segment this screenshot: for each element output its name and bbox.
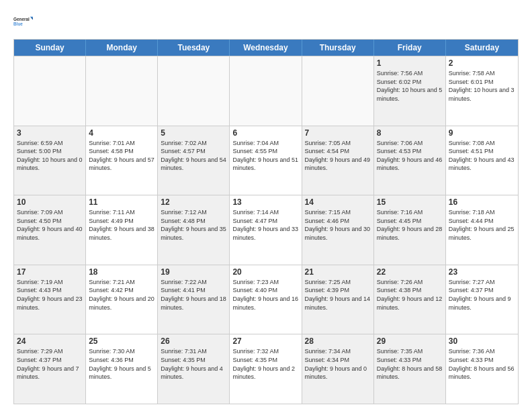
day-info: Sunrise: 7:08 AM Sunset: 4:51 PM Dayligh…	[449, 139, 515, 173]
day-number: 9	[449, 128, 515, 138]
week-row-2: 3Sunrise: 6:59 AM Sunset: 5:00 PM Daylig…	[14, 126, 518, 195]
day-number: 13	[232, 197, 298, 207]
calendar-cell: 25Sunrise: 7:30 AM Sunset: 4:36 PM Dayli…	[86, 334, 158, 404]
header-cell-tuesday: Tuesday	[158, 40, 230, 56]
day-number: 2	[449, 58, 515, 68]
logo: General Blue	[13, 11, 35, 32]
header-cell-saturday: Saturday	[446, 40, 518, 56]
day-info: Sunrise: 7:21 AM Sunset: 4:42 PM Dayligh…	[89, 278, 154, 312]
day-info: Sunrise: 7:34 AM Sunset: 4:34 PM Dayligh…	[305, 347, 371, 381]
day-number: 5	[161, 128, 226, 138]
logo-icon: General Blue	[13, 11, 35, 32]
week-row-1: 1Sunrise: 7:56 AM Sunset: 6:02 PM Daylig…	[14, 56, 518, 126]
day-info: Sunrise: 7:23 AM Sunset: 4:40 PM Dayligh…	[232, 278, 298, 312]
page-header: General Blue	[13, 11, 519, 32]
day-number: 19	[161, 267, 226, 277]
calendar-cell: 30Sunrise: 7:36 AM Sunset: 4:33 PM Dayli…	[446, 334, 518, 404]
calendar: SundayMondayTuesdayWednesdayThursdayFrid…	[13, 39, 519, 404]
calendar-cell	[302, 56, 374, 126]
calendar-cell: 4Sunrise: 7:01 AM Sunset: 4:58 PM Daylig…	[86, 126, 158, 195]
calendar-cell	[158, 56, 230, 126]
day-number: 26	[161, 336, 226, 346]
calendar-body: 1Sunrise: 7:56 AM Sunset: 6:02 PM Daylig…	[14, 56, 518, 404]
day-info: Sunrise: 7:25 AM Sunset: 4:39 PM Dayligh…	[305, 278, 371, 312]
calendar-cell: 9Sunrise: 7:08 AM Sunset: 4:51 PM Daylig…	[446, 126, 518, 195]
calendar-cell: 13Sunrise: 7:14 AM Sunset: 4:47 PM Dayli…	[230, 195, 302, 265]
day-info: Sunrise: 7:29 AM Sunset: 4:37 PM Dayligh…	[17, 347, 83, 381]
header-cell-wednesday: Wednesday	[230, 40, 302, 56]
calendar-cell: 15Sunrise: 7:16 AM Sunset: 4:45 PM Dayli…	[374, 195, 446, 265]
day-number: 17	[17, 267, 83, 277]
day-number: 1	[377, 58, 443, 68]
day-info: Sunrise: 7:02 AM Sunset: 4:57 PM Dayligh…	[161, 139, 226, 173]
day-number: 7	[305, 128, 371, 138]
calendar-cell: 21Sunrise: 7:25 AM Sunset: 4:39 PM Dayli…	[302, 265, 374, 334]
day-number: 29	[377, 336, 443, 346]
day-info: Sunrise: 7:26 AM Sunset: 4:38 PM Dayligh…	[377, 278, 443, 312]
day-info: Sunrise: 7:01 AM Sunset: 4:58 PM Dayligh…	[89, 139, 154, 173]
calendar-cell: 6Sunrise: 7:04 AM Sunset: 4:55 PM Daylig…	[230, 126, 302, 195]
day-info: Sunrise: 7:22 AM Sunset: 4:41 PM Dayligh…	[161, 278, 226, 312]
day-number: 24	[17, 336, 83, 346]
header-cell-sunday: Sunday	[14, 40, 86, 56]
calendar-cell: 1Sunrise: 7:56 AM Sunset: 6:02 PM Daylig…	[374, 56, 446, 126]
day-number: 20	[232, 267, 298, 277]
calendar-cell: 22Sunrise: 7:26 AM Sunset: 4:38 PM Dayli…	[374, 265, 446, 334]
day-info: Sunrise: 6:59 AM Sunset: 5:00 PM Dayligh…	[17, 139, 83, 173]
day-number: 6	[232, 128, 298, 138]
day-number: 11	[89, 197, 154, 207]
calendar-cell: 7Sunrise: 7:05 AM Sunset: 4:54 PM Daylig…	[302, 126, 374, 195]
calendar-cell: 23Sunrise: 7:27 AM Sunset: 4:37 PM Dayli…	[446, 265, 518, 334]
calendar-cell: 10Sunrise: 7:09 AM Sunset: 4:50 PM Dayli…	[14, 195, 86, 265]
calendar-header: SundayMondayTuesdayWednesdayThursdayFrid…	[14, 40, 518, 56]
calendar-cell	[14, 56, 86, 126]
day-info: Sunrise: 7:05 AM Sunset: 4:54 PM Dayligh…	[305, 139, 371, 173]
week-row-3: 10Sunrise: 7:09 AM Sunset: 4:50 PM Dayli…	[14, 195, 518, 265]
day-info: Sunrise: 7:04 AM Sunset: 4:55 PM Dayligh…	[232, 139, 298, 173]
calendar-cell: 27Sunrise: 7:32 AM Sunset: 4:35 PM Dayli…	[230, 334, 302, 404]
calendar-cell: 5Sunrise: 7:02 AM Sunset: 4:57 PM Daylig…	[158, 126, 230, 195]
day-number: 21	[305, 267, 371, 277]
calendar-cell: 8Sunrise: 7:06 AM Sunset: 4:53 PM Daylig…	[374, 126, 446, 195]
day-info: Sunrise: 7:32 AM Sunset: 4:35 PM Dayligh…	[232, 347, 298, 381]
day-info: Sunrise: 7:19 AM Sunset: 4:43 PM Dayligh…	[17, 278, 83, 312]
calendar-cell: 12Sunrise: 7:12 AM Sunset: 4:48 PM Dayli…	[158, 195, 230, 265]
day-info: Sunrise: 7:06 AM Sunset: 4:53 PM Dayligh…	[377, 139, 443, 173]
day-info: Sunrise: 7:11 AM Sunset: 4:49 PM Dayligh…	[89, 208, 154, 242]
header-cell-friday: Friday	[374, 40, 446, 56]
day-number: 23	[449, 267, 515, 277]
week-row-5: 24Sunrise: 7:29 AM Sunset: 4:37 PM Dayli…	[14, 334, 518, 404]
day-info: Sunrise: 7:30 AM Sunset: 4:36 PM Dayligh…	[89, 347, 154, 381]
day-number: 25	[89, 336, 154, 346]
calendar-cell: 28Sunrise: 7:34 AM Sunset: 4:34 PM Dayli…	[302, 334, 374, 404]
calendar-cell: 11Sunrise: 7:11 AM Sunset: 4:49 PM Dayli…	[86, 195, 158, 265]
calendar-cell: 2Sunrise: 7:58 AM Sunset: 6:01 PM Daylig…	[446, 56, 518, 126]
day-number: 8	[377, 128, 443, 138]
svg-text:Blue: Blue	[13, 21, 23, 26]
header-cell-thursday: Thursday	[302, 40, 374, 56]
calendar-cell: 29Sunrise: 7:35 AM Sunset: 4:33 PM Dayli…	[374, 334, 446, 404]
day-info: Sunrise: 7:56 AM Sunset: 6:02 PM Dayligh…	[377, 69, 443, 103]
calendar-cell: 24Sunrise: 7:29 AM Sunset: 4:37 PM Dayli…	[14, 334, 86, 404]
day-info: Sunrise: 7:58 AM Sunset: 6:01 PM Dayligh…	[449, 69, 515, 103]
day-number: 10	[17, 197, 83, 207]
day-info: Sunrise: 7:16 AM Sunset: 4:45 PM Dayligh…	[377, 208, 443, 242]
day-info: Sunrise: 7:12 AM Sunset: 4:48 PM Dayligh…	[161, 208, 226, 242]
calendar-cell: 3Sunrise: 6:59 AM Sunset: 5:00 PM Daylig…	[14, 126, 86, 195]
calendar-cell	[230, 56, 302, 126]
day-info: Sunrise: 7:14 AM Sunset: 4:47 PM Dayligh…	[232, 208, 298, 242]
calendar-cell: 20Sunrise: 7:23 AM Sunset: 4:40 PM Dayli…	[230, 265, 302, 334]
day-number: 30	[449, 336, 515, 346]
calendar-cell: 16Sunrise: 7:18 AM Sunset: 4:44 PM Dayli…	[446, 195, 518, 265]
day-number: 3	[17, 128, 83, 138]
day-number: 14	[305, 197, 371, 207]
week-row-4: 17Sunrise: 7:19 AM Sunset: 4:43 PM Dayli…	[14, 265, 518, 334]
day-number: 22	[377, 267, 443, 277]
calendar-cell: 14Sunrise: 7:15 AM Sunset: 4:46 PM Dayli…	[302, 195, 374, 265]
day-info: Sunrise: 7:36 AM Sunset: 4:33 PM Dayligh…	[449, 347, 515, 381]
calendar-cell: 17Sunrise: 7:19 AM Sunset: 4:43 PM Dayli…	[14, 265, 86, 334]
day-info: Sunrise: 7:31 AM Sunset: 4:35 PM Dayligh…	[161, 347, 226, 381]
day-info: Sunrise: 7:18 AM Sunset: 4:44 PM Dayligh…	[449, 208, 515, 242]
svg-text:General: General	[13, 17, 30, 21]
calendar-cell: 26Sunrise: 7:31 AM Sunset: 4:35 PM Dayli…	[158, 334, 230, 404]
